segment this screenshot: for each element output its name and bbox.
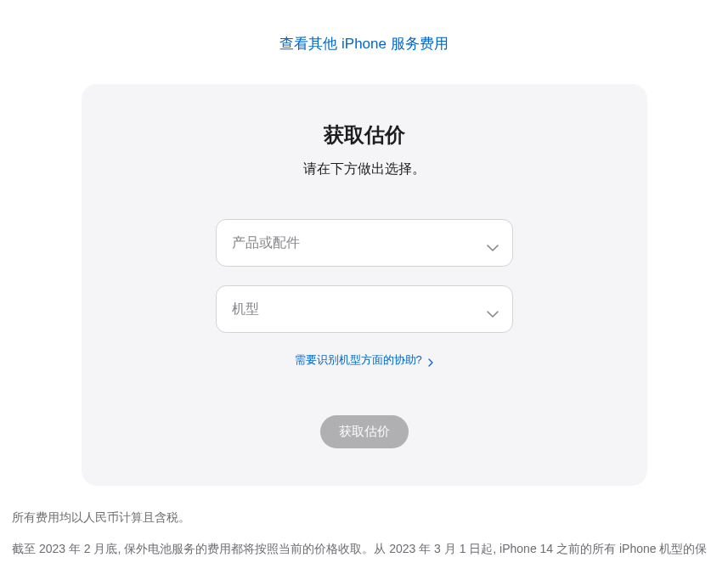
product-select-placeholder: 产品或配件 xyxy=(232,234,300,252)
top-link-wrapper: 查看其他 iPhone 服务费用 xyxy=(8,34,720,53)
chevron-down-icon xyxy=(487,306,499,312)
view-other-services-link[interactable]: 查看其他 iPhone 服务费用 xyxy=(279,36,448,52)
help-link-wrapper: 需要识别机型方面的协助? xyxy=(107,352,622,368)
estimate-card: 获取估价 请在下方做出选择。 产品或配件 机型 需要识别机型方面的协助? xyxy=(82,84,647,486)
model-select-placeholder: 机型 xyxy=(232,301,259,318)
model-select[interactable]: 机型 xyxy=(216,285,513,333)
help-link-text: 需要识别机型方面的协助? xyxy=(295,353,422,366)
footer-text: 所有费用均以人民币计算且含税。 截至 2023 年 2 月底, 保外电池服务的费… xyxy=(8,506,720,563)
model-select-wrapper: 机型 xyxy=(216,285,513,333)
card-title: 获取估价 xyxy=(107,121,622,149)
product-select-wrapper: 产品或配件 xyxy=(216,219,513,267)
card-subtitle: 请在下方做出选择。 xyxy=(107,160,622,178)
product-select[interactable]: 产品或配件 xyxy=(216,219,513,267)
identify-model-help-link[interactable]: 需要识别机型方面的协助? xyxy=(295,353,434,366)
chevron-right-icon xyxy=(428,357,433,365)
get-estimate-button[interactable]: 获取估价 xyxy=(320,415,409,448)
footer-line2-part1: 截至 2023 年 2 月底, 保外电池服务的费用都将按照当前的价格收取。从 2… xyxy=(12,542,707,563)
footer-line-1: 所有费用均以人民币计算且含税。 xyxy=(12,506,716,529)
chevron-down-icon xyxy=(487,239,499,246)
footer-line-2: 截至 2023 年 2 月底, 保外电池服务的费用都将按照当前的价格收取。从 2… xyxy=(12,538,716,563)
